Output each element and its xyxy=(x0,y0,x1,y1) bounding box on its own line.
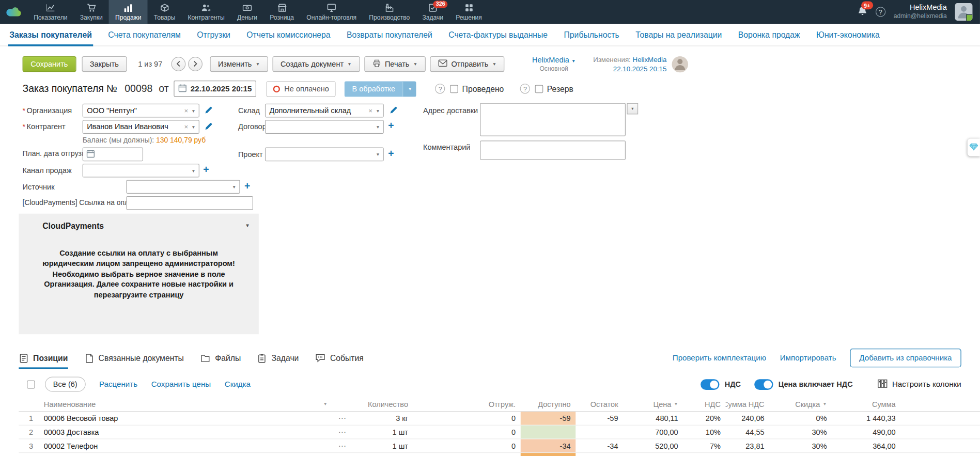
project-combobox[interactable]: ▼ xyxy=(265,148,384,162)
add-contract-button[interactable]: + xyxy=(388,121,394,131)
detail-tab-3[interactable]: Файлы xyxy=(200,347,241,369)
table-row[interactable] xyxy=(19,453,980,456)
reserve-checkbox[interactable] xyxy=(535,85,543,93)
select-all-checkbox[interactable] xyxy=(27,380,35,388)
row-menu-icon[interactable] xyxy=(331,453,354,456)
document-number[interactable]: 00098 xyxy=(125,83,152,95)
price-includes-vat-toggle[interactable] xyxy=(755,379,773,390)
col-shipped[interactable]: Отгруж. xyxy=(413,397,521,411)
row-menu-icon[interactable]: ⋯ xyxy=(331,412,354,424)
address-expand-button[interactable]: ▼ xyxy=(627,103,638,115)
next-document-button[interactable] xyxy=(188,57,203,71)
add-project-button[interactable]: + xyxy=(388,149,394,159)
user-avatar[interactable] xyxy=(955,3,973,21)
cloudpayments-link-input[interactable] xyxy=(126,196,253,210)
section-tab-7[interactable]: Прибыльность xyxy=(556,24,628,45)
edit-warehouse-icon[interactable] xyxy=(390,106,398,115)
account-info[interactable]: HelixMedia admin@helixmedia xyxy=(894,3,947,20)
nav-item-6[interactable]: Деньги xyxy=(231,0,263,24)
table-row[interactable]: 100006 Весовой товар⋯3 кг0-59-59480,1120… xyxy=(19,412,980,426)
nav-item-9[interactable]: Производство xyxy=(363,0,416,24)
posted-help-icon[interactable]: ? xyxy=(435,84,445,93)
section-tab-3[interactable]: Отгрузки xyxy=(189,24,239,45)
nav-item-10[interactable]: Задачи326 xyxy=(416,0,449,24)
organization-combobox[interactable]: ООО "Нептун"×▼ xyxy=(83,104,199,118)
print-menu-button[interactable]: Печать▼ xyxy=(364,56,426,72)
sort-icon[interactable]: ▼ xyxy=(674,402,678,406)
section-tab-5[interactable]: Возвраты покупателей xyxy=(338,24,440,45)
clear-icon[interactable]: × xyxy=(182,107,190,115)
prev-document-button[interactable] xyxy=(171,57,185,71)
col-price[interactable]: Цена▼ xyxy=(623,397,683,411)
source-combobox[interactable]: ▼ xyxy=(126,180,240,194)
col-qty[interactable]: Количество xyxy=(354,397,413,411)
discount-link[interactable]: Скидка xyxy=(225,380,251,389)
nav-item-11[interactable]: Решения xyxy=(449,0,488,24)
detail-tab-5[interactable]: События xyxy=(315,347,364,369)
col-name[interactable]: Наименование▼ xyxy=(36,397,331,411)
nav-item-7[interactable]: Розница xyxy=(263,0,300,24)
nav-item-1[interactable]: Показатели xyxy=(27,0,73,24)
nav-item-3[interactable]: Продажи xyxy=(109,0,148,24)
posted-checkbox[interactable] xyxy=(450,85,459,93)
collapse-icon[interactable]: ▼ xyxy=(245,223,250,229)
section-tab-8[interactable]: Товары на реализации xyxy=(627,24,729,45)
nav-item-2[interactable]: Закупки xyxy=(74,0,109,24)
close-button[interactable]: Закрыть xyxy=(82,56,127,72)
edit-menu-button[interactable]: Изменить▼ xyxy=(210,56,268,72)
row-menu-icon[interactable]: ⋯ xyxy=(331,439,354,452)
workflow-status-dropdown[interactable]: В обработке ▼ xyxy=(345,81,416,97)
edit-counterparty-icon[interactable] xyxy=(205,122,213,131)
col-vat[interactable]: НДС xyxy=(683,397,725,411)
warehouse-combobox[interactable]: Дополнительный склад×▼ xyxy=(265,104,384,118)
configure-columns-button[interactable]: Настроить колонки xyxy=(878,379,961,390)
comment-textarea[interactable] xyxy=(480,140,626,160)
table-row[interactable]: 300002 Телефон⋯1 шт0-34-34520,007%23,813… xyxy=(19,439,980,453)
edit-organization-icon[interactable] xyxy=(205,106,213,115)
reserve-help-icon[interactable]: ? xyxy=(520,84,530,93)
section-tab-4[interactable]: Отчеты комиссионера xyxy=(239,24,339,45)
filter-all-button[interactable]: Все (6) xyxy=(45,377,85,392)
sort-icon[interactable]: ▼ xyxy=(822,402,827,406)
app-logo[interactable] xyxy=(0,0,27,24)
changes-user-link[interactable]: HelixMedia xyxy=(633,55,667,63)
changes-date-link[interactable]: 22.10.2025 20:15 xyxy=(613,65,667,72)
col-available[interactable]: Доступно xyxy=(521,397,575,411)
payment-status-badge[interactable]: Не оплачено xyxy=(266,81,336,97)
add-from-catalog-button[interactable]: Добавить из справочника xyxy=(850,349,961,367)
detail-tab-2[interactable]: Связанные документы xyxy=(84,347,184,369)
section-tab-1[interactable]: Заказы покупателей xyxy=(1,24,100,45)
nav-item-4[interactable]: Товары xyxy=(148,0,182,24)
add-sales-channel-button[interactable]: + xyxy=(203,165,209,175)
help-button[interactable]: ? xyxy=(876,7,885,17)
row-menu-icon[interactable]: ⋯ xyxy=(331,426,354,438)
table-row[interactable]: 200003 Доставка⋯1 шт0700,0010%44,5530%49… xyxy=(19,426,980,439)
create-document-menu-button[interactable]: Создать документ▼ xyxy=(272,56,360,72)
counterparty-combobox[interactable]: Иванов Иван Иванович×▼ xyxy=(83,120,199,134)
col-vat-sum[interactable]: Сумма НДС xyxy=(726,397,770,411)
section-tab-9[interactable]: Воронка продаж xyxy=(730,24,808,45)
save-prices-link[interactable]: Сохранить цены xyxy=(151,380,211,389)
section-tab-6[interactable]: Счета-фактуры выданные xyxy=(441,24,556,45)
import-link[interactable]: Импортировать xyxy=(780,354,836,363)
contract-combobox[interactable]: ▼ xyxy=(265,120,384,134)
nav-item-5[interactable]: Контрагенты xyxy=(181,0,230,24)
document-date-field[interactable]: 22.10.2025 20:15 xyxy=(174,81,256,97)
sort-icon[interactable]: ▼ xyxy=(323,402,328,406)
col-stock[interactable]: Остаток xyxy=(575,397,623,411)
organization-switcher[interactable]: HelixMedia ▼ Основной xyxy=(532,56,575,72)
ship-date-field[interactable] xyxy=(83,148,143,162)
section-tab-2[interactable]: Счета покупателям xyxy=(100,24,189,45)
save-button[interactable]: Сохранить xyxy=(23,56,76,72)
notifications-bell[interactable]: 9+ xyxy=(858,6,867,18)
vat-toggle[interactable] xyxy=(701,379,720,390)
add-source-button[interactable]: + xyxy=(244,181,250,191)
detail-tab-4[interactable]: Задачи xyxy=(257,347,299,369)
set-prices-link[interactable]: Расценить xyxy=(99,380,137,389)
detail-tab-1[interactable]: Позиции xyxy=(19,347,68,369)
section-tab-10[interactable]: Юнит-экономика xyxy=(808,24,888,45)
col-discount[interactable]: Скидка▼ xyxy=(769,397,832,411)
sales-channel-combobox[interactable]: ▼ xyxy=(83,164,199,178)
clear-icon[interactable]: × xyxy=(367,107,375,115)
col-sum[interactable]: Сумма xyxy=(832,397,900,411)
